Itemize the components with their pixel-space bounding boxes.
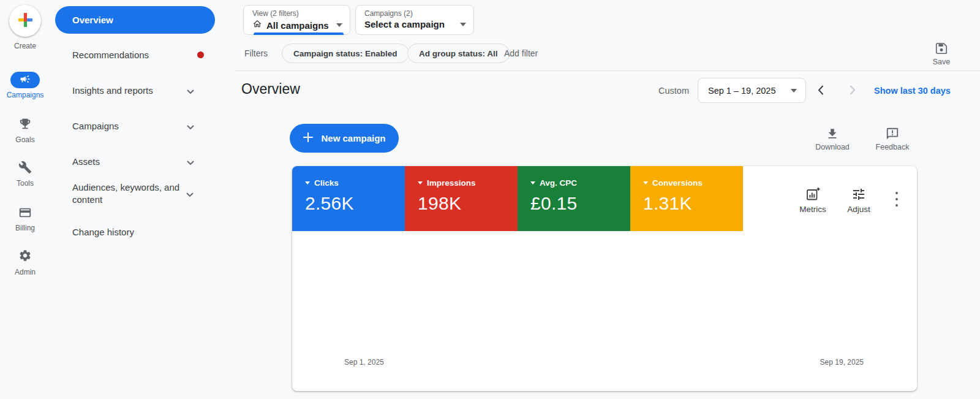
home-icon: [252, 19, 262, 31]
nav-item-assets[interactable]: Assets: [55, 156, 215, 168]
google-ads-overview-page: Create Campaigns Goals Tools Billing Adm…: [0, 0, 980, 399]
notification-dot: [197, 51, 204, 58]
date-range-dropdown[interactable]: Sep 1 – 19, 2025: [698, 78, 806, 103]
show-last-30-days-link[interactable]: Show last 30 days: [874, 86, 951, 96]
adjust-button[interactable]: Adjust: [837, 187, 880, 214]
gear-icon: [18, 249, 32, 265]
chevron-down-icon: [187, 86, 194, 96]
chevron-down-icon: [187, 121, 194, 132]
page-title: Overview: [241, 81, 300, 97]
sidebar-label-goals: Goals: [0, 135, 50, 144]
sidebar-item-campaigns[interactable]: [10, 72, 40, 88]
metrics-button[interactable]: Metrics: [791, 187, 834, 214]
x-axis-start-label: Sep 1, 2025: [344, 358, 384, 367]
dropdown-caret-icon: [336, 23, 342, 27]
nav-item-overview[interactable]: Overview: [55, 6, 215, 34]
dropdown-caret-icon: [791, 89, 797, 93]
add-chart-icon: [791, 187, 834, 202]
sidebar-item-goals[interactable]: [18, 118, 32, 132]
nav-item-overview-label: Overview: [72, 15, 113, 25]
selected-indicator: [254, 32, 344, 35]
scorecard-avg-cpc[interactable]: Avg. CPC £0.15: [518, 166, 630, 231]
metric-caret-icon: [418, 181, 423, 184]
save-button[interactable]: Save: [917, 42, 966, 66]
topbar-divider: [235, 70, 980, 71]
trophy-icon: [18, 117, 32, 133]
metric-caret-icon: [305, 181, 310, 184]
view-selector-value: All campaigns: [266, 20, 329, 31]
previous-period-button[interactable]: [814, 83, 829, 97]
sliders-icon: [837, 187, 880, 202]
add-filter-button[interactable]: Add filter: [504, 48, 538, 58]
dropdown-caret-icon: [460, 23, 466, 26]
scorecard-clicks[interactable]: Clicks 2.56K: [292, 166, 405, 231]
nav-item-insights-and-reports[interactable]: Insights and reports: [55, 85, 215, 97]
campaign-selector-value: Select a campaign: [364, 19, 445, 29]
sidebar-item-tools[interactable]: [18, 161, 32, 176]
save-icon: [917, 42, 966, 55]
campaign-selector-dropdown[interactable]: Campaigns (2) Select a campaign: [355, 5, 474, 35]
filter-chip-ad-group-status[interactable]: Ad group status: All: [407, 44, 510, 63]
google-plus-icon: [17, 12, 34, 31]
metric-caret-icon: [643, 181, 648, 184]
filters-label: Filters: [244, 48, 268, 58]
date-range-value: Sep 1 – 19, 2025: [708, 86, 775, 96]
sidebar-label-admin: Admin: [0, 268, 50, 276]
sidebar-label-tools: Tools: [0, 179, 50, 188]
chevron-down-icon: [187, 157, 194, 167]
credit-card-icon: [18, 206, 32, 222]
feedback-icon: [868, 127, 917, 140]
metric-value: £0.15: [530, 193, 630, 214]
metric-value: 198K: [418, 193, 518, 214]
wrench-icon: [18, 161, 32, 177]
date-range-type: Custom: [658, 86, 689, 96]
x-axis-end-label: Sep 19, 2025: [796, 358, 864, 367]
sidebar-label-billing: Billing: [0, 224, 50, 232]
sidebar-label-campaigns: Campaigns: [0, 91, 50, 99]
more-options-menu[interactable]: [891, 191, 902, 208]
filter-chip-campaign-status[interactable]: Campaign status: Enabled: [282, 44, 409, 63]
chevron-down-icon: [186, 189, 194, 199]
metric-value: 1.31K: [643, 193, 743, 214]
metric-value: 2.56K: [305, 193, 405, 214]
scorecard-impressions[interactable]: Impressions 198K: [405, 166, 518, 231]
plus-icon: [303, 132, 314, 145]
campaign-selector-label: Campaigns (2): [364, 9, 466, 18]
view-selector-label: View (2 filters): [252, 9, 342, 18]
nav-item-change-history[interactable]: Change history: [55, 226, 215, 238]
nav-item-audiences-keywords-content[interactable]: Audiences, keywords, and content: [55, 181, 215, 206]
nav-item-campaigns[interactable]: Campaigns: [55, 120, 215, 132]
next-period-button-disabled[interactable]: [845, 83, 859, 97]
metric-caret-icon: [530, 181, 535, 184]
download-icon: [808, 127, 857, 140]
scorecard-conversions[interactable]: Conversions 1.31K: [630, 166, 743, 231]
view-selector-dropdown[interactable]: View (2 filters) All campaigns: [243, 5, 350, 35]
sidebar-item-billing[interactable]: [18, 207, 32, 221]
sidebar-item-admin[interactable]: [18, 249, 32, 264]
create-button[interactable]: [9, 5, 41, 37]
feedback-button[interactable]: Feedback: [868, 127, 917, 151]
new-campaign-button[interactable]: New campaign: [290, 124, 399, 153]
create-label: Create: [0, 42, 50, 50]
megaphone-icon: [20, 74, 31, 87]
download-button[interactable]: Download: [808, 127, 857, 151]
nav-item-recommendations[interactable]: Recommendations: [55, 49, 215, 61]
scorecard-row: Clicks 2.56K Impressions 198K Avg. CPC £…: [292, 166, 743, 231]
overview-summary-card: Clicks 2.56K Impressions 198K Avg. CPC £…: [292, 166, 917, 391]
